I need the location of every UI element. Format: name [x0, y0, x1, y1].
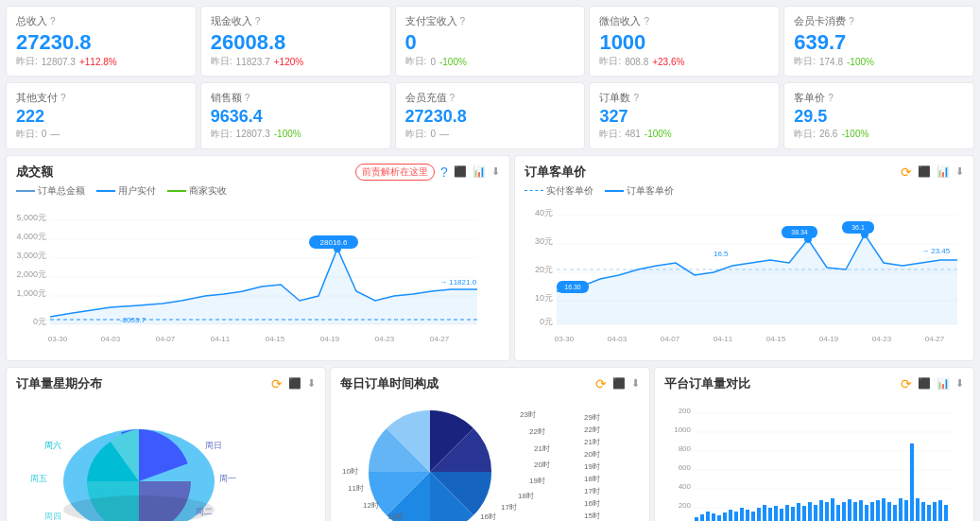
svg-rect-113	[746, 510, 749, 521]
help-icon-3[interactable]: ?	[644, 16, 649, 26]
help-icon-0[interactable]: ?	[50, 16, 56, 26]
help-circle-2[interactable]: ⟳	[901, 165, 912, 180]
svg-text:22时: 22时	[584, 425, 600, 434]
svg-rect-131	[848, 499, 851, 521]
help-icon-s2-0[interactable]: ?	[60, 93, 66, 103]
help-icon-s2-4[interactable]: ?	[828, 93, 834, 103]
svg-text:17时: 17时	[501, 503, 517, 512]
export-icon-5[interactable]: ⬇	[955, 377, 964, 390]
chart-card-hourly: 每日订单时间构成 ⟳ ⬛ ⬇	[330, 367, 650, 521]
svg-text:04-15: 04-15	[266, 335, 285, 343]
chart-header-5: 平台订单量对比 ⟳ ⬛ 📊 ⬇	[664, 375, 964, 392]
svg-text:4,000元: 4,000元	[16, 232, 46, 241]
svg-text:04-19: 04-19	[320, 335, 340, 343]
chart-type-icon-2[interactable]: 📊	[937, 165, 950, 178]
export-icon-2[interactable]: ⬇	[955, 165, 964, 178]
svg-text:38.34: 38.34	[791, 229, 808, 235]
svg-rect-148	[944, 505, 948, 521]
refresh-icon-3[interactable]: ⟳	[271, 376, 283, 391]
svg-rect-136	[876, 500, 880, 521]
help-icon-s2-1[interactable]: ?	[245, 93, 250, 103]
stat-card-2: 支付宝收入 ? 0 昨日: 0 -100%	[395, 6, 586, 77]
svg-rect-143	[916, 498, 920, 521]
chart-legend-2: 实付客单价 订单客单价	[524, 184, 964, 198]
chart-title-2: 订单客单价	[524, 164, 586, 181]
chart-type-icon-1[interactable]: 📊	[473, 165, 486, 178]
export-icon-1[interactable]: ⬇	[491, 165, 500, 178]
svg-text:04-27: 04-27	[430, 335, 450, 343]
chart-header-2: 订单客单价 ⟳ ⬛ 📊 ⬇	[524, 164, 964, 181]
svg-text:16.30: 16.30	[564, 284, 581, 290]
help-circle-1[interactable]: ?	[440, 165, 448, 180]
svg-text:18时: 18时	[584, 475, 600, 483]
stat-card2-2: 会员充值 ? 27230.8 昨日: 0 —	[395, 82, 586, 149]
svg-text:04-11: 04-11	[714, 335, 733, 343]
download-icon-2[interactable]: ⬛	[918, 165, 931, 178]
stat-card-1: 现金收入 ? 26008.8 昨日: 11823.7 +120%	[200, 6, 391, 77]
svg-rect-129	[836, 505, 840, 521]
svg-text:21时: 21时	[534, 444, 550, 453]
svg-text:11时: 11时	[348, 484, 364, 493]
svg-text:19时: 19时	[529, 477, 545, 485]
export-icon-4[interactable]: ⬇	[631, 377, 640, 390]
stat-title-2: 支付宝收入 ?	[405, 14, 576, 28]
svg-text:17时: 17时	[584, 487, 600, 495]
refresh-icon-4[interactable]: ⟳	[595, 376, 607, 391]
help-icon-1[interactable]: ?	[255, 16, 261, 26]
svg-rect-120	[785, 505, 789, 521]
svg-text:04-23: 04-23	[872, 335, 892, 343]
download-icon-1[interactable]: ⬛	[454, 165, 467, 178]
svg-rect-128	[831, 498, 834, 521]
svg-rect-110	[729, 510, 732, 521]
help-icon-s2-3[interactable]: ?	[633, 93, 639, 103]
chart-card-platform: 平台订单量对比 ⟳ ⬛ 📊 ⬇ 200 1000 800 600 400 200…	[654, 367, 974, 521]
svg-rect-137	[882, 498, 885, 521]
svg-rect-119	[780, 509, 783, 521]
svg-rect-142	[910, 443, 914, 521]
svg-text:19时: 19时	[584, 462, 600, 471]
svg-text:200: 200	[679, 501, 692, 510]
help-icon-s2-2[interactable]: ?	[450, 93, 456, 103]
svg-text:10元: 10元	[535, 293, 553, 303]
svg-text:04-03: 04-03	[608, 335, 628, 343]
chart-header-1: 成交额 前责解析在这里 ? ⬛ 📊 ⬇	[16, 164, 500, 181]
stat-title-1: 现金收入 ?	[211, 14, 381, 28]
download-icon-3[interactable]: ⬛	[288, 377, 301, 390]
analysis-btn[interactable]: 前责解析在这里	[355, 164, 435, 181]
stat-yesterday-2: 昨日: 0 -100%	[405, 55, 576, 68]
help-icon-4[interactable]: ?	[849, 16, 854, 26]
svg-rect-106	[706, 512, 710, 521]
help-icon-2[interactable]: ?	[460, 16, 466, 26]
chart-type-icon-5[interactable]: 📊	[937, 377, 950, 390]
svg-text:16时: 16时	[584, 499, 600, 508]
svg-text:200: 200	[679, 407, 692, 415]
download-icon-5[interactable]: ⬛	[918, 377, 931, 390]
dashboard: 总收入 ? 27230.8 昨日: 12807.3 +112.8% 现金收入 ?…	[0, 0, 980, 521]
yesterday-value-0: 12807.3	[42, 57, 76, 67]
svg-text:28016.6: 28016.6	[320, 238, 348, 247]
svg-rect-104	[695, 517, 698, 521]
refresh-icon-5[interactable]: ⟳	[901, 376, 912, 391]
download-icon-4[interactable]: ⬛	[612, 377, 626, 390]
bar-chart-platform: 200 1000 800 600 400 200 0	[664, 396, 957, 521]
svg-rect-145	[927, 505, 931, 521]
svg-text:21时: 21时	[584, 438, 600, 446]
svg-text:40元: 40元	[535, 208, 553, 217]
svg-rect-139	[893, 505, 897, 521]
export-icon-3[interactable]: ⬇	[307, 377, 316, 390]
svg-text:04-27: 04-27	[925, 335, 945, 343]
chart-title-1: 成交额	[16, 164, 53, 181]
chart-title-4: 每日订单时间构成	[340, 375, 438, 392]
stat-card2-1: 销售额 ? 9636.4 昨日: 12807.3 -100%	[200, 82, 391, 149]
stat-title-3: 微信收入 ?	[599, 14, 769, 28]
svg-text:周六: 周六	[44, 441, 61, 450]
legend-item-1c: 商家实收	[167, 184, 227, 198]
svg-text:04-19: 04-19	[819, 335, 839, 343]
svg-rect-109	[723, 512, 727, 521]
svg-text:20时: 20时	[534, 460, 550, 469]
svg-rect-144	[921, 502, 925, 521]
stat-value-3: 1000	[599, 30, 769, 55]
stats-row-1: 总收入 ? 27230.8 昨日: 12807.3 +112.8% 现金收入 ?…	[6, 6, 974, 77]
svg-rect-115	[757, 508, 761, 521]
svg-text:3,000元: 3,000元	[16, 251, 46, 260]
